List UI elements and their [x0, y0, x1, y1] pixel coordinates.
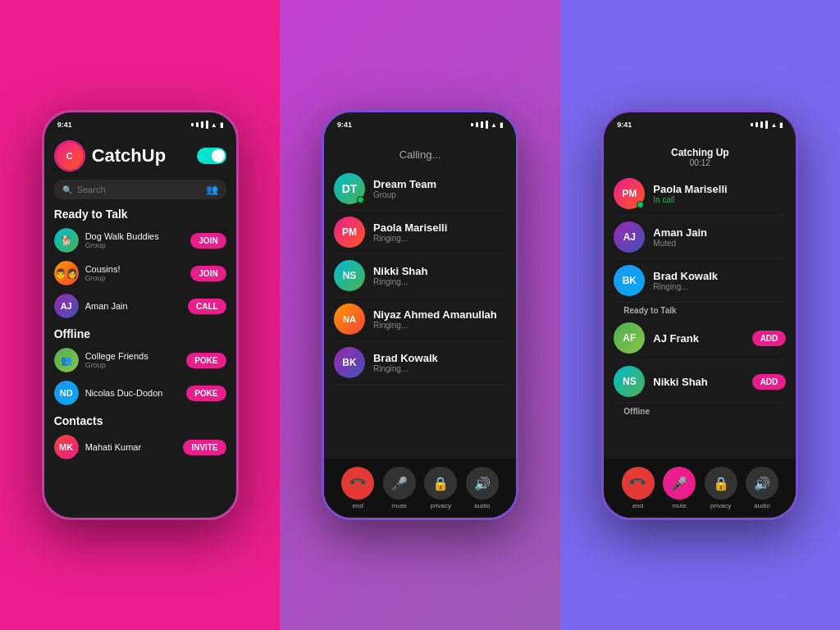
- mute-button-3[interactable]: 🎤 mute: [663, 467, 696, 509]
- time-2: 9:41: [337, 121, 352, 129]
- privacy-button-3[interactable]: 🔒 privacy: [705, 467, 737, 509]
- list-item: 🐕 Dog Walk Buddies Group JOIN: [44, 224, 236, 257]
- app-avatar: C: [54, 140, 85, 171]
- audio-button-3[interactable]: 🔊 audio: [746, 467, 778, 509]
- incall-title: Catching Up: [610, 147, 789, 158]
- end-icon-3[interactable]: 📞: [622, 467, 655, 500]
- end-call-button-3[interactable]: 📞 end: [622, 467, 655, 509]
- privacy-label-3: privacy: [710, 502, 731, 509]
- avatar-aman: AJ: [54, 294, 79, 318]
- ready-to-talk-title: Ready to Talk: [44, 203, 236, 224]
- notch-3: [667, 112, 733, 129]
- incall-item-2: AJ Aman Jain Muted: [614, 216, 786, 259]
- avatar-college: 👥: [54, 348, 79, 372]
- phone-2: 9:41 ▲ ▮ Calling... DT: [322, 110, 518, 520]
- add-button-2[interactable]: ADD: [752, 374, 787, 390]
- call-controls-2: 📞 end 🎤 mute 🔒 privacy 🔊 audio: [324, 459, 516, 518]
- calling-list: DT Dream Team Group PM Paola Mariselli R…: [324, 167, 516, 385]
- join-button-1[interactable]: JOIN: [190, 233, 226, 249]
- incall-info-1: Paola Mariselli In call: [653, 183, 727, 204]
- mute-button[interactable]: 🎤 mute: [383, 467, 416, 509]
- ready-avatar-2: NS: [614, 366, 645, 397]
- phone-3: 9:41 ▲ ▮ Catching Up 00:12 PM: [601, 110, 798, 520]
- join-button-2[interactable]: JOIN: [190, 266, 226, 281]
- contacts-icon: 👥: [206, 184, 218, 195]
- calling-info-group: Dream Team Group: [373, 178, 436, 199]
- incall-info-2: Aman Jain Muted: [653, 226, 707, 248]
- audio-icon-3[interactable]: 🔊: [746, 467, 778, 500]
- ready-info-1: AJ Frank: [653, 332, 743, 345]
- end-call-button[interactable]: 📞 end: [341, 467, 374, 509]
- notch-1: [107, 112, 173, 129]
- signal-10: [756, 122, 758, 127]
- phone-1-content: C CatchUp 🔍 👥 Ready to Talk 🐕 Dog Walk B…: [44, 132, 236, 518]
- signal-12: [765, 121, 768, 129]
- audio-label: audio: [474, 502, 491, 509]
- signal-2: [196, 122, 199, 127]
- calling-info-1: Paola Mariselli Ringing...: [373, 221, 447, 243]
- incall-info-3: Brad Kowalk Ringing...: [653, 270, 718, 291]
- call-button-1[interactable]: CALL: [188, 299, 226, 314]
- privacy-icon[interactable]: 🔒: [424, 467, 457, 500]
- end-icon[interactable]: 📞: [341, 467, 374, 500]
- mute-label-3: mute: [672, 502, 687, 509]
- search-icon: 🔍: [62, 185, 72, 194]
- time-3: 9:41: [617, 121, 632, 129]
- audio-icon[interactable]: 🔊: [466, 467, 499, 500]
- incall-list: PM Paola Mariselli In call AJ Aman Jain …: [604, 172, 796, 418]
- battery-icon-2: ▮: [500, 121, 503, 129]
- app-avatar-circle: C: [56, 142, 84, 170]
- call-controls-3: 📞 end 🎤 mute 🔒 privacy 🔊 audio: [604, 459, 796, 518]
- calling-avatar-3: NA: [334, 304, 365, 335]
- end-label-3: end: [632, 502, 643, 509]
- toggle-switch[interactable]: [197, 148, 226, 164]
- calling-avatar-1: PM: [334, 217, 365, 248]
- calling-label: Calling...: [331, 148, 509, 161]
- calling-item-2: NS Nikki Shah Ringing...: [334, 254, 506, 298]
- avatar-nicolas: ND: [54, 381, 79, 405]
- notch-2: [387, 112, 453, 129]
- incall-item-3: BK Brad Kowalk Ringing...: [614, 259, 786, 303]
- incall-item-1: PM Paola Mariselli In call: [614, 172, 786, 216]
- status-icons-1: ▲ ▮: [191, 121, 223, 129]
- contact-info-5: Nicolas Duc-Dodon: [85, 388, 180, 398]
- signal-6: [476, 122, 478, 127]
- battery-icon-1: ▮: [220, 121, 223, 129]
- battery-icon-3: ▮: [779, 121, 783, 129]
- incall-avatar-2: AJ: [614, 221, 645, 253]
- privacy-label: privacy: [431, 502, 451, 509]
- search-input[interactable]: [77, 185, 201, 194]
- contact-info-3: Aman Jain: [85, 301, 181, 311]
- audio-label-3: audio: [754, 502, 770, 509]
- wifi-icon-2: ▲: [491, 121, 497, 129]
- contact-info-1: Dog Walk Buddies Group: [85, 231, 185, 249]
- list-item: ND Nicolas Duc-Dodon POKE: [44, 377, 236, 409]
- invite-button-1[interactable]: INVITE: [183, 440, 226, 455]
- phone-3-content: Catching Up 00:12 PM Paola Mariselli In …: [604, 132, 796, 459]
- signal-5: [471, 123, 473, 126]
- contact-info-2: Cousins! Group: [85, 264, 185, 282]
- poke-button-1[interactable]: POKE: [186, 353, 226, 368]
- app-title: CatchUp: [92, 145, 190, 167]
- calling-item-3: NA Niyaz Ahmed Amanullah Ringing...: [334, 298, 506, 341]
- contacts-title: Contacts: [44, 409, 236, 431]
- list-item: MK Mahati Kumar INVITE: [44, 431, 236, 463]
- calling-item-4: BK Brad Kowalk Ringing...: [334, 341, 506, 385]
- add-button-1[interactable]: ADD: [752, 331, 787, 346]
- privacy-button[interactable]: 🔒 privacy: [424, 467, 457, 509]
- calling-item-1: PM Paola Mariselli Ringing...: [334, 211, 506, 254]
- audio-button[interactable]: 🔊 audio: [466, 467, 499, 509]
- avatar-cousins: 👨‍👩: [54, 261, 79, 285]
- privacy-icon-3[interactable]: 🔒: [705, 467, 737, 500]
- avatar-dog-walk: 🐕: [54, 228, 79, 253]
- mute-icon-3[interactable]: 🎤: [663, 467, 696, 500]
- contact-info-6: Mahati Kumar: [85, 442, 177, 452]
- dream-team-label: Dream Team: [373, 178, 436, 190]
- right-section: 9:41 ▲ ▮ Catching Up 00:12 PM: [560, 0, 840, 630]
- calling-info-4: Brad Kowalk Ringing...: [373, 352, 438, 373]
- calling-item-group: DT Dream Team Group: [334, 167, 506, 211]
- mute-icon[interactable]: 🎤: [383, 467, 416, 500]
- status-icons-3: ▲ ▮: [751, 121, 783, 129]
- poke-button-2[interactable]: POKE: [186, 386, 226, 401]
- search-bar[interactable]: 🔍 👥: [54, 180, 226, 199]
